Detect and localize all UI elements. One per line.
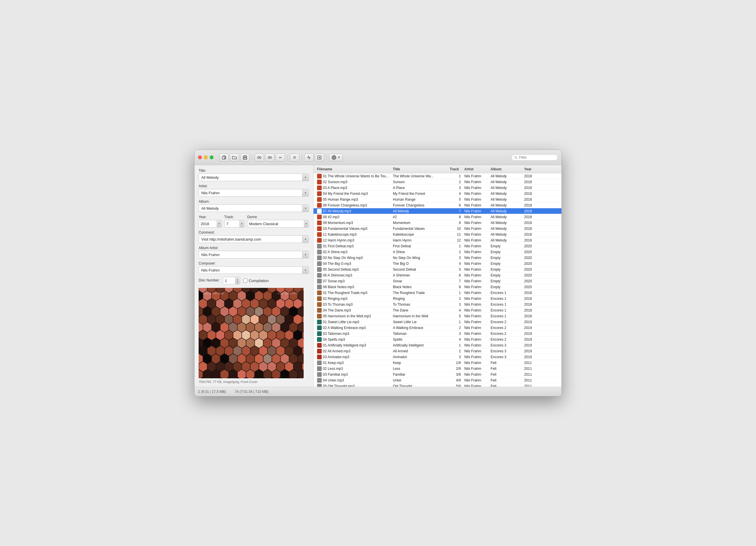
table-row[interactable]: 09 Momentum.mp3 Momentum 9 Nils Frahm Al… bbox=[314, 220, 561, 226]
col-header-artist[interactable]: Artist bbox=[463, 167, 489, 171]
search-input[interactable] bbox=[519, 155, 555, 160]
album-dropdown-arrow[interactable]: ▾ bbox=[302, 205, 309, 212]
disc-number-input[interactable]: 1 ▲ ▼ bbox=[223, 277, 240, 284]
submit-button[interactable] bbox=[315, 153, 324, 162]
table-row[interactable]: 02 Sunson.mp3 Sunson 2 Nils Frahm All Me… bbox=[314, 179, 561, 185]
add-folder-button[interactable] bbox=[230, 153, 239, 162]
fingerprint-button[interactable]: •• bbox=[276, 153, 285, 162]
table-row[interactable]: 03 A Place.mp3 A Place 3 Nils Frahm All … bbox=[314, 185, 561, 191]
title-dropdown-arrow[interactable]: ▾ bbox=[302, 174, 309, 181]
table-row[interactable]: 06 Forever Changeless.mp3 Forever Change… bbox=[314, 202, 561, 208]
year-input[interactable]: 2018 ▾ bbox=[199, 220, 222, 227]
table-row[interactable]: 01 Sweet Little Lie.mp3 Sweet Little Lie… bbox=[314, 319, 561, 325]
table-row[interactable]: 03 To Thomas.mp3 To Thomas 3 Nils Frahm … bbox=[314, 302, 561, 307]
toolbar: •• ≡ bbox=[219, 153, 343, 162]
toolbar-separator-3 bbox=[302, 155, 302, 160]
col-header-year[interactable]: Year bbox=[523, 167, 539, 171]
table-row[interactable]: 01 Artificially Intelligent.mp3 Artifici… bbox=[314, 342, 561, 348]
col-header-album[interactable]: Album bbox=[489, 167, 523, 171]
album-artist-dropdown-arrow[interactable]: ▾ bbox=[302, 251, 309, 258]
album-input[interactable]: All Melody ▾ bbox=[199, 204, 309, 212]
table-row[interactable]: 02 A Walking Embrace.mp3 A Walking Embra… bbox=[314, 325, 561, 331]
table-row[interactable]: 02 Ringing.mp3 Ringing 2 Nils Frahm Enco… bbox=[314, 296, 561, 302]
toolbar-separator-2 bbox=[287, 155, 288, 160]
album-value: All Melody bbox=[201, 206, 302, 211]
scan-button[interactable] bbox=[265, 153, 274, 162]
album-artist-label: Album Artist: bbox=[199, 246, 309, 250]
album-artist-input[interactable]: Nils Frahm ▾ bbox=[199, 251, 309, 258]
table-row[interactable]: 03 No Step On Wing.mp3 No Step On Wing 3… bbox=[314, 255, 561, 261]
options-button[interactable]: ▼ bbox=[329, 154, 343, 161]
save-button[interactable] bbox=[240, 153, 250, 162]
lookup-button[interactable] bbox=[255, 153, 264, 162]
table-row[interactable]: 03 Amirador.mp3 Amirador 3 Nils Frahm En… bbox=[314, 354, 561, 360]
col-header-track[interactable]: Track bbox=[449, 167, 463, 171]
table-row[interactable]: 08 #2.mp3 #2 8 Nils Frahm All Melody 201… bbox=[314, 214, 561, 220]
table-row[interactable]: 10 Fundamental Values.mp3 Fundamental Va… bbox=[314, 226, 561, 232]
composer-input[interactable]: Nils Frahm ▾ bbox=[199, 266, 309, 274]
add-files-button[interactable] bbox=[219, 153, 229, 162]
traffic-lights bbox=[198, 155, 213, 159]
table-row[interactable]: 05 Human Range.mp3 Human Range 5 Nils Fr… bbox=[314, 197, 561, 202]
table-row[interactable]: 02 Less.mp3 Less 2/9 Nils Frahm Felt 201… bbox=[314, 366, 561, 372]
toolbar-separator-4 bbox=[326, 155, 327, 160]
maximize-button[interactable] bbox=[210, 155, 213, 159]
browser-button[interactable] bbox=[304, 153, 314, 162]
table-row[interactable]: 12 Harm Hymn.mp3 Harm Hymn 12 Nils Frahm… bbox=[314, 237, 561, 243]
composer-label: Composer: bbox=[199, 261, 309, 265]
genre-field: Genre: Modern Classical ▾ bbox=[247, 215, 309, 227]
album-artist-value: Nils Frahm bbox=[201, 253, 302, 257]
search-icon bbox=[515, 156, 518, 159]
genre-input[interactable]: Modern Classical ▾ bbox=[247, 220, 309, 227]
table-row[interactable]: 03 Talisman.mp3 Talisman 3 Nils Frahm En… bbox=[314, 331, 561, 337]
col-header-filename[interactable]: Filename bbox=[316, 167, 392, 171]
titlebar: •• ≡ bbox=[195, 150, 561, 165]
table-row[interactable]: 01 The Roughest Trade.mp3 The Roughest T… bbox=[314, 290, 561, 296]
table-row[interactable]: 03 Familiar.mp3 Familiar 3/9 Nils Frahm … bbox=[314, 372, 561, 377]
minimize-button[interactable] bbox=[204, 155, 208, 159]
table-row[interactable]: 06 A Shimmer.mp3 A Shimmer 6 Nils Frahm … bbox=[314, 272, 561, 278]
table-row[interactable]: 01 Keep.mp3 Keep 1/9 Nils Frahm Felt 201… bbox=[314, 360, 561, 366]
album-label: Album: bbox=[199, 199, 309, 204]
col-header-title[interactable]: Title bbox=[392, 167, 449, 171]
composer-value: Nils Frahm bbox=[201, 268, 302, 272]
year-field: Year: 2018 ▾ bbox=[199, 215, 222, 227]
table-row[interactable]: 02 A Shine.mp3 A Shine 2 Nils Frahm Empt… bbox=[314, 249, 561, 255]
table-row[interactable]: 11 Kaleidoscope.mp3 Kaleidoscope 11 Nils… bbox=[314, 232, 561, 237]
table-row[interactable]: 02 All Armed.mp3 All Armed 2 Nils Frahm … bbox=[314, 348, 561, 354]
svg-point-4 bbox=[258, 157, 259, 158]
comment-input[interactable]: Visit http://nilsfrahm.bandcamp.com ▾ bbox=[199, 235, 309, 243]
artist-input[interactable]: Nils Frahm ▾ bbox=[199, 189, 309, 197]
table-row[interactable]: 01 The Whole Universe Wants to Be Touche… bbox=[314, 173, 561, 179]
table-row[interactable]: 01 First Defeat.mp3 First Defeat 1 Nils … bbox=[314, 243, 561, 249]
table-row[interactable]: 07 Sonar.mp3 Sonar 7 Nils Frahm Empty 20… bbox=[314, 278, 561, 284]
table-row[interactable]: 04 Spells.mp3 Spells 4 Nils Frahm Encore… bbox=[314, 337, 561, 342]
table-row[interactable]: 07 All Melody.mp3 All Melody 7 Nils Frah… bbox=[314, 208, 561, 214]
comment-dropdown-arrow[interactable]: ▾ bbox=[302, 236, 309, 243]
search-bar[interactable] bbox=[511, 154, 558, 161]
disc-number-spinner[interactable]: ▲ ▼ bbox=[235, 277, 240, 284]
close-button[interactable] bbox=[198, 155, 202, 159]
table-row[interactable]: 04 The Dane.mp3 The Dane 4 Nils Frahm En… bbox=[314, 307, 561, 313]
track-label: Track: bbox=[224, 215, 245, 219]
selection-info: 1 (9:31 | 17,5 MB) bbox=[198, 390, 226, 394]
composer-dropdown-arrow[interactable]: ▾ bbox=[302, 267, 309, 274]
table-row[interactable]: 04 Unter.mp3 Unter 4/9 Nils Frahm Felt 2… bbox=[314, 377, 561, 383]
table-row[interactable]: 05 Second Defeat.mp3 Second Defeat 5 Nil… bbox=[314, 267, 561, 272]
compilation-label: Compilation bbox=[249, 279, 269, 283]
track-input[interactable]: 7 ▾ bbox=[224, 220, 245, 227]
title-input[interactable]: All Melody ▾ bbox=[199, 174, 309, 181]
table-row[interactable]: 04 My Friend the Forest.mp3 My Friend th… bbox=[314, 191, 561, 197]
total-info: 74 (7:01:34 | 710 MB) bbox=[235, 390, 269, 394]
album-art-info: 700x700, 77 KB, image/jpeg, Front Cover bbox=[199, 380, 309, 384]
table-row[interactable]: 05 Old Thought.mp3 Old Thought 5/9 Nils … bbox=[314, 383, 561, 387]
cluster-button[interactable]: ≡ bbox=[290, 153, 299, 162]
table-row[interactable]: 08 Black Notes.mp3 Black Notes 8 Nils Fr… bbox=[314, 284, 561, 290]
status-bar: 1 (9:31 | 17,5 MB) 74 (7:01:34 | 710 MB) bbox=[195, 387, 561, 396]
table-row[interactable]: 05 Harmonium in the Well.mp3 Harmonium i… bbox=[314, 313, 561, 319]
table-row[interactable]: 04 The Big O.mp3 The Big O 4 Nils Frahm … bbox=[314, 261, 561, 267]
compilation-checkbox[interactable] bbox=[243, 279, 247, 283]
artist-dropdown-arrow[interactable]: ▾ bbox=[302, 189, 309, 196]
track-list[interactable]: 01 The Whole Universe Wants to Be Touche… bbox=[314, 173, 561, 387]
comment-label: Comment: bbox=[199, 230, 309, 235]
